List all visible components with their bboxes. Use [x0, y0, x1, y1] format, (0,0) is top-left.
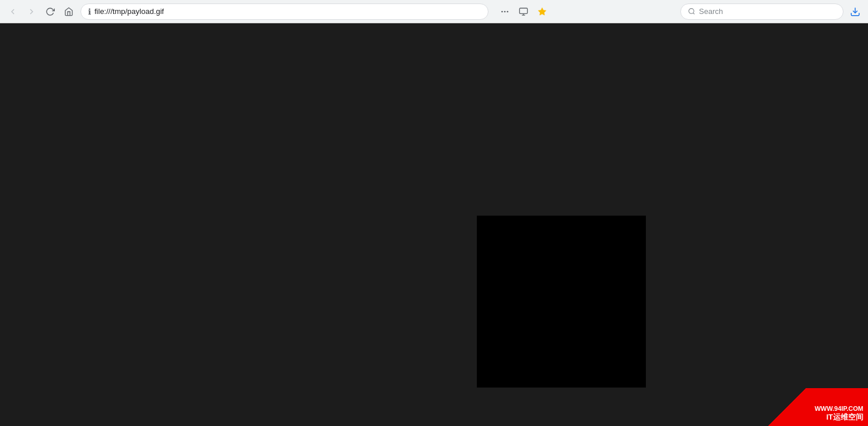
svg-marker-6 — [538, 8, 546, 15]
download-button[interactable] — [847, 3, 863, 20]
page-content: WWW.94IP.COM IT运维空间 — [0, 23, 868, 426]
search-placeholder: Search — [699, 7, 723, 16]
reload-button[interactable] — [42, 3, 58, 20]
browser-toolbar: ℹ file:///tmp/payload.gif Searc — [0, 0, 868, 23]
info-icon: ℹ — [88, 7, 91, 16]
svg-rect-3 — [519, 8, 527, 13]
toolbar-right — [497, 3, 550, 20]
svg-point-2 — [507, 10, 508, 12]
svg-point-0 — [501, 10, 503, 12]
home-button[interactable] — [61, 3, 77, 20]
star-button[interactable] — [534, 3, 550, 20]
watermark-brand: IT运维空间 — [826, 413, 863, 423]
back-button[interactable] — [5, 3, 21, 20]
nav-buttons — [5, 3, 77, 20]
svg-line-8 — [693, 13, 694, 14]
gif-display — [477, 216, 646, 388]
svg-point-1 — [504, 10, 506, 12]
url-text: file:///tmp/payload.gif — [94, 7, 164, 16]
watermark-url: WWW.94IP.COM — [814, 404, 863, 413]
search-bar[interactable]: Search — [680, 3, 844, 20]
bookmarks-button[interactable] — [515, 3, 532, 20]
watermark: WWW.94IP.COM IT运维空间 — [763, 388, 868, 426]
address-bar[interactable]: ℹ file:///tmp/payload.gif — [80, 3, 489, 20]
forward-button[interactable] — [23, 3, 40, 20]
svg-point-7 — [689, 9, 694, 14]
more-button[interactable] — [497, 3, 513, 20]
search-icon — [688, 8, 695, 15]
